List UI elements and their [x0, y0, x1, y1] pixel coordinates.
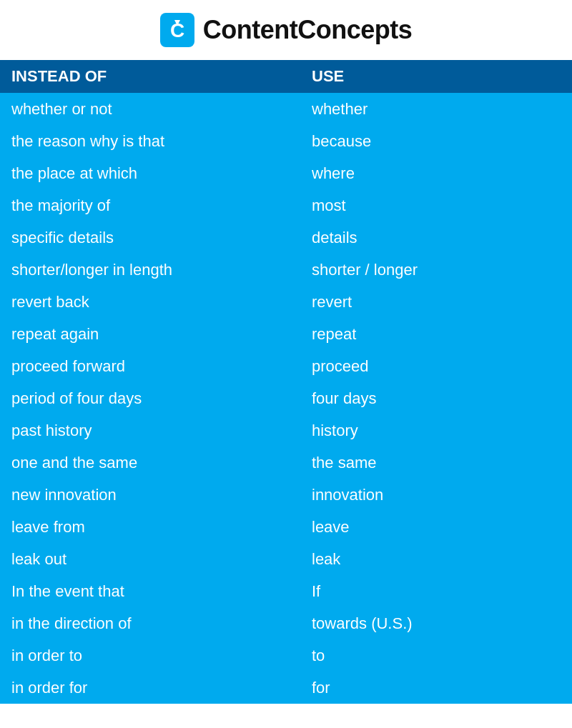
cell-use: innovation: [312, 483, 561, 507]
cell-use: where: [312, 161, 561, 185]
table-row: repeat againrepeat: [0, 318, 572, 350]
table-row: past historyhistory: [0, 414, 572, 447]
cell-instead: period of four days: [11, 387, 312, 410]
table-row: revert backrevert: [0, 286, 572, 318]
cell-use: towards (U.S.): [312, 612, 561, 635]
table-row: the place at whichwhere: [0, 157, 572, 189]
cell-instead: whether or not: [11, 97, 312, 121]
cell-instead: past history: [11, 419, 312, 442]
cell-use: If: [312, 579, 561, 603]
cell-use: revert: [312, 290, 561, 314]
cell-instead: revert back: [11, 290, 312, 314]
table-row: in order toto: [0, 639, 572, 672]
cell-use: four days: [312, 387, 561, 410]
cell-instead: the majority of: [11, 194, 312, 217]
cell-use: most: [312, 194, 561, 217]
cell-instead: In the event that: [11, 579, 312, 603]
table-row: specific detailsdetails: [0, 221, 572, 254]
cell-instead: in order to: [11, 644, 312, 667]
cell-instead: one and the same: [11, 451, 312, 474]
table-row: shorter/longer in lengthshorter / longer: [0, 254, 572, 286]
cell-use: leak: [312, 547, 561, 571]
cell-instead: specific details: [11, 226, 312, 249]
table-row: leak outleak: [0, 543, 572, 575]
cell-instead: the place at which: [11, 161, 312, 185]
cell-use: shorter / longer: [312, 258, 561, 281]
cell-use: to: [312, 644, 561, 667]
cell-instead: in the direction of: [11, 612, 312, 635]
table-row: in the direction oftowards (U.S.): [0, 607, 572, 639]
table-row: the reason why is thatbecause: [0, 125, 572, 157]
cell-instead: new innovation: [11, 483, 312, 507]
col-instead-header: INSTEAD OF: [11, 67, 312, 86]
table-row: leave fromleave: [0, 511, 572, 543]
page-header: C ContentConcepts: [0, 0, 572, 60]
cell-use: history: [312, 419, 561, 442]
table-row: In the event thatIf: [0, 575, 572, 607]
cell-instead: in order for: [11, 676, 312, 699]
cell-instead: repeat again: [11, 322, 312, 346]
table-row: one and the samethe same: [0, 447, 572, 479]
table-row: new innovationinnovation: [0, 479, 572, 511]
table-row: the majority ofmost: [0, 189, 572, 221]
app-title: ContentConcepts: [203, 15, 413, 45]
cell-instead: leak out: [11, 547, 312, 571]
cell-use: details: [312, 226, 561, 249]
table-row: in order forfor: [0, 672, 572, 704]
cell-instead: leave from: [11, 515, 312, 539]
cell-use: whether: [312, 97, 561, 121]
cell-instead: shorter/longer in length: [11, 258, 312, 281]
cell-use: because: [312, 129, 561, 153]
cell-use: repeat: [312, 322, 561, 346]
table-body: whether or notwhetherthe reason why is t…: [0, 93, 572, 704]
table-row: whether or notwhether: [0, 93, 572, 125]
table-row: period of four daysfour days: [0, 382, 572, 414]
cell-instead: the reason why is that: [11, 129, 312, 153]
cell-instead: proceed forward: [11, 354, 312, 378]
table-header: INSTEAD OF USE: [0, 60, 572, 93]
cell-use: leave: [312, 515, 561, 539]
cell-use: proceed: [312, 354, 561, 378]
cell-use: the same: [312, 451, 561, 474]
content-table: INSTEAD OF USE whether or notwhetherthe …: [0, 60, 572, 704]
cell-use: for: [312, 676, 561, 699]
logo-icon: C: [160, 13, 194, 47]
col-use-header: USE: [312, 67, 561, 86]
table-row: proceed forwardproceed: [0, 350, 572, 382]
